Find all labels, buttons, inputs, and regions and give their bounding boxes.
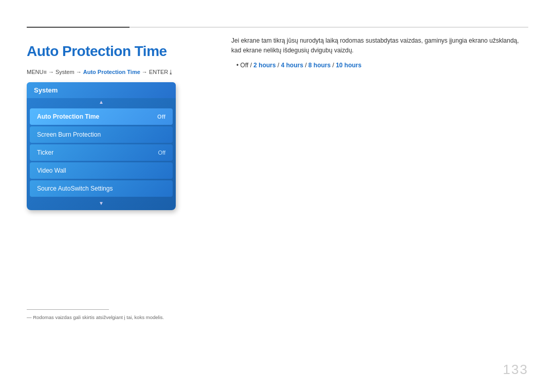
system-panel-header: System — [27, 82, 176, 98]
page-title: Auto Protection Time — [27, 43, 222, 60]
breadcrumb-arrow2: → — [76, 69, 83, 75]
breadcrumb-arrow1: → — [48, 69, 55, 75]
menu-item-label: Source AutoSwitch Settings — [37, 185, 113, 192]
right-column: Jei ekrane tam tikrą jūsų nurodytą laiką… — [231, 36, 528, 69]
footnote: — Rodomas vaizdas gali skirtis atsižvelg… — [27, 314, 164, 320]
footnote-divider — [27, 309, 109, 310]
system-panel: System ▲ Auto Protection Time Off Screen… — [27, 82, 176, 210]
menu-item-label: Video Wall — [37, 167, 66, 174]
separator-2: / — [278, 62, 281, 69]
scroll-up-icon[interactable]: ▲ — [27, 98, 176, 107]
options-list: Off / 2 hours / 4 hours / 8 hours / 10 h… — [236, 62, 528, 69]
menu-item-video-wall[interactable]: Video Wall — [30, 162, 173, 179]
menu-item-auto-protection[interactable]: Auto Protection Time Off — [30, 108, 173, 125]
option-10hours: 10 hours — [336, 62, 361, 69]
menu-label: MENU≡ — [27, 69, 47, 75]
option-off: Off — [240, 62, 249, 69]
top-border — [27, 27, 528, 28]
breadcrumb-system: System — [55, 69, 75, 75]
menu-item-source-autoswitch[interactable]: Source AutoSwitch Settings — [30, 180, 173, 197]
breadcrumb-current: Auto Protection Time — [83, 69, 140, 75]
system-label: System — [34, 86, 58, 94]
menu-item-label: Screen Burn Protection — [37, 131, 101, 138]
breadcrumb-enter: ENTER⭳ — [149, 69, 174, 75]
breadcrumb-arrow3: → — [142, 69, 149, 75]
option-4hours: 4 hours — [281, 62, 303, 69]
page-number: 133 — [503, 362, 528, 378]
scroll-down-icon[interactable]: ▼ — [27, 198, 176, 207]
menu-item-ticker[interactable]: Ticker Off — [30, 144, 173, 161]
menu-item-label: Auto Protection Time — [37, 113, 99, 120]
menu-item-label: Ticker — [37, 149, 53, 156]
option-8hours: 8 hours — [308, 62, 330, 69]
menu-item-value: Off — [157, 114, 165, 120]
breadcrumb: MENU≡ → System → Auto Protection Time → … — [27, 69, 222, 75]
left-column: Auto Protection Time MENU≡ → System → Au… — [27, 36, 222, 210]
menu-item-screen-burn[interactable]: Screen Burn Protection — [30, 126, 173, 143]
menu-item-value: Off — [158, 150, 165, 156]
description-text: Jei ekrane tam tikrą jūsų nurodytą laiką… — [231, 36, 528, 55]
option-2hours: 2 hours — [253, 62, 275, 69]
